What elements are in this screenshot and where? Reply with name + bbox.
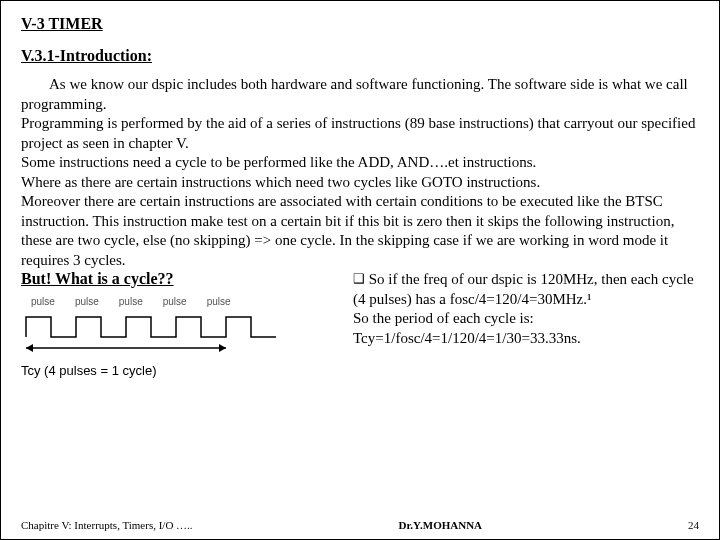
- pulse-label: pulse: [119, 296, 143, 307]
- pulse-label: pulse: [163, 296, 187, 307]
- para-2: Programming is performed by the aid of a…: [21, 114, 699, 153]
- left-column: But! What is a cycle?? pulse pulse pulse…: [21, 270, 341, 378]
- svg-marker-2: [219, 344, 226, 352]
- para-3: Some instructions need a cycle to be per…: [21, 153, 699, 173]
- right-column: ❑ So if the freq of our dspic is 120MHz,…: [353, 270, 699, 378]
- right-line-3: Tcy=1/fosc/4=1/120/4=1/30=33.33ns.: [353, 329, 699, 349]
- bullet-icon: ❑: [353, 271, 365, 286]
- svg-marker-1: [26, 344, 33, 352]
- pulse-diagram: pulse pulse pulse pulse pulse: [21, 294, 341, 361]
- para-5: Moreover there are certain instructions …: [21, 192, 699, 270]
- footer-page-number: 24: [688, 519, 699, 531]
- slide-page: V-3 TIMER V.3.1-Introduction: As we know…: [0, 0, 720, 540]
- pulse-label: pulse: [207, 296, 231, 307]
- heading-main: V-3 TIMER: [21, 15, 699, 33]
- para-1: As we know our dspic includes both hardw…: [21, 75, 699, 114]
- but-heading: But! What is a cycle??: [21, 270, 341, 288]
- body-text: As we know our dspic includes both hardw…: [21, 75, 699, 270]
- pulse-label: pulse: [31, 296, 55, 307]
- tcy-arrow-icon: [21, 341, 301, 355]
- footer: Chapitre V: Interrupts, Timers, I/O ….. …: [21, 519, 699, 531]
- para-4: Where as there are certain instructions …: [21, 173, 699, 193]
- right-line-2: So the period of each cycle is:: [353, 309, 699, 329]
- right-line-1: So if the freq of our dspic is 120MHz, t…: [353, 271, 694, 307]
- square-wave-icon: [21, 307, 301, 341]
- footer-left: Chapitre V: Interrupts, Timers, I/O …..: [21, 519, 193, 531]
- tcy-caption: Tcy (4 pulses = 1 cycle): [21, 363, 341, 378]
- heading-sub: V.3.1-Introduction:: [21, 47, 699, 65]
- footer-center: Dr.Y.MOHANNA: [399, 519, 483, 531]
- pulse-labels: pulse pulse pulse pulse pulse: [21, 296, 341, 307]
- pulse-label: pulse: [75, 296, 99, 307]
